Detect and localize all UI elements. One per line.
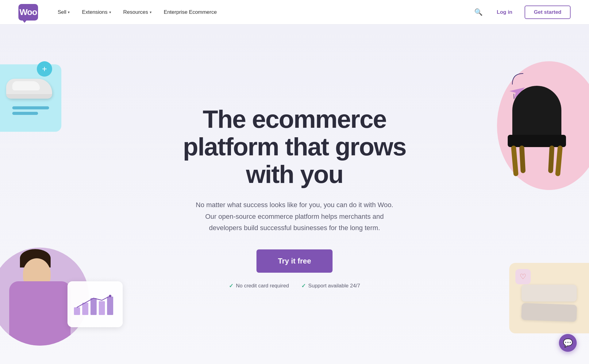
chair-leg xyxy=(555,145,563,176)
stats-card xyxy=(67,281,123,327)
chair-leg xyxy=(519,146,526,173)
chat-icon: 💬 xyxy=(563,338,573,348)
chair-leg xyxy=(548,146,555,173)
svg-rect-1 xyxy=(82,303,88,315)
chevron-down-icon: ▾ xyxy=(68,10,70,14)
chat-button[interactable]: 💬 xyxy=(559,334,577,352)
check-icon: ✓ xyxy=(301,282,306,289)
curve-line xyxy=(511,72,526,89)
svg-rect-3 xyxy=(99,301,105,315)
try-free-button[interactable]: Try it free xyxy=(256,249,333,273)
no-credit-card-label: No credit card required xyxy=(236,283,289,289)
login-button[interactable]: Log in xyxy=(492,7,517,18)
right-product-card: ♡ xyxy=(509,263,589,333)
nav-right: 🔍 Log in Get started xyxy=(472,6,571,19)
chair-leg xyxy=(511,145,519,176)
chevron-down-icon: ▾ xyxy=(109,10,111,14)
hero-title: The ecommerce platform that grows with y… xyxy=(178,105,411,188)
nav-item-resources[interactable]: Resources ▾ xyxy=(118,7,156,18)
chair-seat xyxy=(508,135,566,147)
chair-illustration xyxy=(503,86,571,178)
stats-chart xyxy=(72,294,121,315)
support-badge: ✓ Support available 24/7 xyxy=(301,282,360,289)
hero-section: + xyxy=(0,25,589,364)
nav-item-sell[interactable]: Sell ▾ xyxy=(53,7,75,18)
hero-badges: ✓ No credit card required ✓ Support avai… xyxy=(178,282,411,289)
add-to-cart-icon[interactable]: + xyxy=(37,61,52,77)
right-decoration xyxy=(479,55,589,190)
search-button[interactable]: 🔍 xyxy=(472,6,484,18)
svg-rect-2 xyxy=(90,298,97,315)
main-navigation: Woo Sell ▾ Extensions ▾ Resources ▾ Ente… xyxy=(0,0,589,25)
logo[interactable]: Woo xyxy=(18,4,38,21)
chevron-down-icon: ▾ xyxy=(150,10,152,14)
support-label: Support available 24/7 xyxy=(308,283,360,289)
soap-bar xyxy=(522,285,577,301)
svg-point-5 xyxy=(109,295,111,297)
person-figure xyxy=(3,260,77,346)
nav-item-extensions[interactable]: Extensions ▾ xyxy=(77,7,116,18)
logo-text: Woo xyxy=(19,7,37,17)
soap-bar xyxy=(521,303,577,322)
person-body xyxy=(9,281,71,346)
heart-icon: ♡ xyxy=(515,269,531,284)
hero-subtitle: No matter what success looks like for yo… xyxy=(190,199,399,233)
nav-links: Sell ▾ Extensions ▾ Resources ▾ Enterpri… xyxy=(53,7,472,18)
svg-rect-4 xyxy=(107,297,113,315)
soap-illustration xyxy=(522,285,577,321)
hero-content: The ecommerce platform that grows with y… xyxy=(178,105,411,290)
left-product-card xyxy=(0,64,61,132)
get-started-button[interactable]: Get started xyxy=(525,6,571,19)
no-credit-card-badge: ✓ No credit card required xyxy=(229,282,289,289)
nav-item-enterprise[interactable]: Enterprise Ecommerce xyxy=(159,7,222,18)
product-lines xyxy=(12,106,49,117)
check-icon: ✓ xyxy=(229,282,233,289)
shoe-illustration xyxy=(6,79,55,103)
svg-rect-0 xyxy=(74,307,80,315)
